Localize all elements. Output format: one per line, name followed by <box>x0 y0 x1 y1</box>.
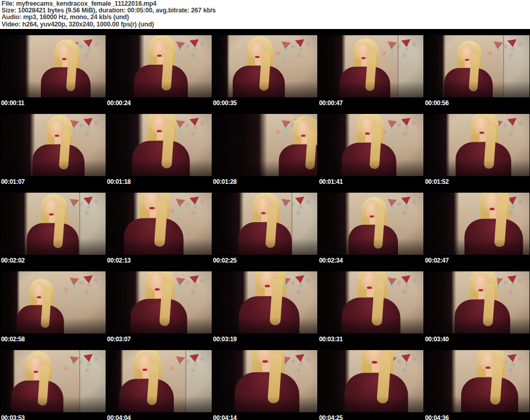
torso <box>32 144 84 176</box>
person-figure <box>35 39 97 97</box>
torso <box>444 68 493 97</box>
timestamp-label: 00:02:13 <box>107 257 212 264</box>
person-figure <box>20 194 85 255</box>
timestamp-label: 00:02:34 <box>319 257 424 264</box>
timestamp-label: 00:03:53 <box>1 415 106 420</box>
torso <box>455 142 511 176</box>
audio-info-line: Audio: mp3, 16000 Hz, mono, 24 kb/s (und… <box>2 14 530 21</box>
video-frame-thumbnail <box>1 271 106 334</box>
video-frame-thumbnail <box>318 193 423 255</box>
pennant-banner <box>69 278 79 286</box>
person-figure <box>457 193 529 255</box>
torso <box>342 142 396 176</box>
torso <box>342 297 400 334</box>
torso <box>232 66 285 97</box>
video-frame-thumbnail <box>1 193 106 255</box>
timestamp-label: 00:01:07 <box>1 179 106 185</box>
torso <box>239 296 300 334</box>
video-frame-thumbnail <box>213 193 318 255</box>
timestamp-label: 00:02:47 <box>425 257 530 264</box>
timestamp-label: 00:00:35 <box>213 100 318 107</box>
video-frame-thumbnail <box>1 35 106 97</box>
string-lights <box>73 285 76 287</box>
timestamp-label: 00:03:19 <box>213 336 318 343</box>
curtain-shadow <box>424 193 459 255</box>
person-figure <box>448 271 517 334</box>
thumbnail-cell: 00:04:14 <box>212 350 318 420</box>
video-info-line: Video: h264, yuv420p, 320x240, 1000.00 f… <box>2 21 530 28</box>
pennant-banner <box>69 356 79 365</box>
thumbnail-cell: 00:02:25 <box>212 193 318 271</box>
timestamp-label: 00:02:02 <box>1 257 106 264</box>
timestamp-label: 00:04:14 <box>213 415 318 420</box>
torso <box>130 299 187 334</box>
pennant-banner <box>83 276 94 284</box>
timestamp-label: 00:00:47 <box>319 100 424 107</box>
person-figure <box>227 350 307 412</box>
person-figure <box>226 36 291 97</box>
video-frame-thumbnail <box>1 350 106 412</box>
pennant-banner <box>83 354 94 363</box>
pennant-banner <box>296 39 306 48</box>
timestamp-label: 00:03:31 <box>319 336 424 343</box>
thumbnail-cell: 00:00:24 <box>106 35 212 114</box>
thumbnail-cell: 00:00:56 <box>424 35 530 114</box>
person-figure <box>112 350 181 412</box>
person-figure <box>342 197 404 255</box>
timestamp-label: 00:02:58 <box>1 336 106 343</box>
thumbnail-cell: 00:01:07 <box>0 114 106 193</box>
thumbnail-cell: 00:02:58 <box>0 271 106 350</box>
timestamp-label: 00:04:25 <box>319 415 424 420</box>
pennant-banner <box>189 354 200 363</box>
torso <box>27 223 79 255</box>
timestamp-label: 00:04:04 <box>107 415 212 420</box>
torso <box>134 65 188 97</box>
thumbnail-grid: 00:00:11 00:00:24 <box>0 35 530 420</box>
curtain-shadow <box>1 35 30 97</box>
string-lights <box>73 364 76 366</box>
thumbnail-cell: 00:03:07 <box>106 271 212 350</box>
timestamp-label: 00:03:07 <box>107 336 212 343</box>
thumbnail-cell: 00:03:19 <box>212 271 318 350</box>
timestamp-label: 00:02:25 <box>213 257 318 264</box>
thumbnail-cell: 00:02:02 <box>0 193 106 271</box>
thumbnail-cell: 00:01:18 <box>106 114 212 193</box>
person-figure <box>26 115 91 176</box>
person-figure <box>333 38 396 97</box>
torso <box>124 218 183 255</box>
video-frame-thumbnail <box>318 271 423 334</box>
thumbnail-cell: 00:03:53 <box>0 350 106 420</box>
video-frame-thumbnail <box>107 271 212 334</box>
thumbnail-cell: 00:04:36 <box>424 350 530 420</box>
thumbnail-cell: 00:00:35 <box>212 35 318 114</box>
pennant-banner <box>401 39 411 48</box>
thumbnail-cell: 00:01:52 <box>424 114 530 193</box>
timestamp-label: 00:00:11 <box>1 100 106 107</box>
video-frame-thumbnail <box>318 114 423 176</box>
torso <box>17 305 64 334</box>
video-frame-thumbnail <box>213 35 318 97</box>
video-frame-thumbnail <box>424 193 529 255</box>
person-figure <box>11 279 70 334</box>
video-frame-thumbnail <box>424 271 529 334</box>
video-frame-thumbnail <box>107 193 212 255</box>
torso <box>132 141 190 176</box>
video-frame-thumbnail <box>213 114 318 176</box>
person-figure <box>127 35 195 97</box>
video-frame-thumbnail <box>213 271 318 334</box>
person-figure <box>272 115 317 176</box>
timestamp-label: 00:04:36 <box>425 415 530 420</box>
person-figure <box>449 114 518 176</box>
thumbnail-cell: 00:01:41 <box>318 114 424 193</box>
video-frame-thumbnail <box>424 350 529 412</box>
person-figure <box>124 271 195 334</box>
person-figure <box>231 193 299 255</box>
torso <box>41 67 91 97</box>
thumbnail-cell: 00:02:47 <box>424 193 530 271</box>
neck <box>54 137 61 144</box>
curtain-shadow <box>424 350 456 412</box>
curtain-shadow <box>424 114 450 176</box>
timestamp-label: 00:03:40 <box>425 336 530 343</box>
contact-sheet: 00:00:11 00:00:24 <box>0 29 530 420</box>
person-figure <box>335 114 403 176</box>
